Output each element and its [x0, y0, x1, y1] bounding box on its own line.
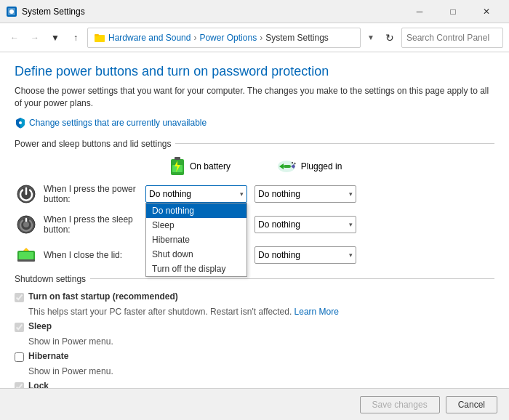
main-content: Define power buttons and turn on passwor… — [0, 52, 509, 420]
power-button-controls: Do nothing ▾ Do nothing Sleep Hibernate … — [145, 185, 356, 203]
svg-line-13 — [294, 163, 295, 164]
search-input[interactable] — [406, 33, 509, 43]
sleep-button-icon — [16, 214, 36, 235]
svg-point-18 — [23, 222, 29, 227]
breadcrumb-power[interactable]: Power Options — [199, 33, 257, 43]
refresh-button[interactable]: ↻ — [381, 29, 398, 47]
power-plugged-value: Do nothing — [258, 189, 300, 199]
sleep-row: Sleep — [15, 321, 494, 332]
window-controls: ─ □ ✕ — [403, 0, 503, 23]
sleep-plugged-dropdown[interactable]: Do nothing ▾ — [254, 216, 356, 233]
power-button-label: When I press the power button: — [44, 184, 145, 204]
sleep-icon — [15, 213, 38, 236]
maximize-button[interactable]: □ — [436, 0, 470, 23]
cancel-button[interactable]: Cancel — [446, 396, 497, 413]
change-settings-link[interactable]: Change settings that are currently unava… — [15, 117, 494, 129]
address-bar: ← → ▼ ↑ Hardware and Sound › Power Optio… — [0, 23, 509, 52]
sleep-plugged-value: Do nothing — [258, 219, 300, 230]
option-sleep[interactable]: Sleep — [146, 218, 247, 233]
close-button[interactable]: ✕ — [470, 0, 503, 23]
breadcrumb-dropdown[interactable]: ▼ — [364, 28, 378, 48]
svg-rect-7 — [175, 157, 180, 160]
fast-startup-sub: This helps start your PC faster after sh… — [15, 307, 494, 317]
power-battery-dropdown-wrapper: Do nothing ▾ Do nothing Sleep Hibernate … — [145, 185, 247, 203]
section2-label: Shutdown settings — [15, 274, 494, 284]
recent-button[interactable]: ▼ — [47, 29, 64, 47]
svg-rect-20 — [19, 252, 33, 259]
up-button[interactable]: ↑ — [67, 29, 84, 47]
bottom-bar: Save changes Cancel — [0, 388, 509, 420]
sleep-sub: Show in Power menu. — [15, 336, 494, 347]
lid-plugged-dropdown[interactable]: Do nothing ▾ — [254, 246, 356, 264]
lid-plugged-dropdown-wrapper: Do nothing ▾ — [254, 246, 356, 264]
power-plugged-dropdown-wrapper: Do nothing ▾ — [254, 185, 356, 203]
svg-rect-11 — [284, 165, 291, 168]
section1-label: Power and sleep buttons and lid settings — [15, 139, 494, 149]
option-hibernate[interactable]: Hibernate — [146, 233, 247, 247]
lock-row: Lock — [15, 381, 494, 388]
battery-icon — [169, 156, 185, 177]
lid-label: When I close the lid: — [44, 250, 145, 260]
breadcrumb-hardware[interactable]: Hardware and Sound — [108, 33, 191, 43]
plugged-icon — [276, 159, 297, 174]
option-do-nothing[interactable]: Do nothing — [146, 203, 247, 218]
hibernate-sub: Show in Power menu. — [15, 366, 494, 376]
lock-checkbox[interactable] — [15, 382, 24, 388]
option-shut-down[interactable]: Shut down — [146, 247, 247, 262]
fast-startup-row: Turn on fast startup (recommended) — [15, 291, 494, 302]
shield-color-icon — [15, 117, 26, 129]
svg-point-5 — [19, 121, 22, 124]
minimize-button[interactable]: ─ — [403, 0, 436, 23]
power-button-row: When I press the power button: Do nothin… — [15, 182, 494, 206]
sleep-shutdown-label: Sleep — [28, 321, 52, 331]
content-area: Define power buttons and turn on passwor… — [0, 52, 509, 388]
power-icon — [15, 182, 38, 206]
settings-table: When I press the power button: Do nothin… — [15, 182, 494, 267]
option-turn-off-display[interactable]: Turn off the display — [146, 262, 247, 276]
power-button-icon — [16, 184, 36, 204]
lid-icon — [15, 243, 38, 267]
forward-button[interactable]: → — [26, 29, 44, 47]
search-box: 🔍 — [401, 28, 503, 48]
shutdown-section: Turn on fast startup (recommended) This … — [15, 291, 494, 388]
save-button[interactable]: Save changes — [360, 396, 440, 413]
lid-icon-svg — [16, 245, 36, 265]
breadcrumb: Hardware and Sound › Power Options › Sys… — [87, 28, 361, 48]
svg-point-2 — [9, 9, 14, 14]
hibernate-checkbox[interactable] — [15, 352, 24, 362]
dropdown-arrow2: ▾ — [349, 190, 353, 198]
sleep-checkbox[interactable] — [15, 323, 24, 332]
fast-startup-checkbox[interactable] — [15, 293, 24, 302]
learn-more-link[interactable]: Learn More — [294, 307, 339, 317]
page-title: Define power buttons and turn on passwor… — [15, 64, 494, 79]
svg-rect-4 — [95, 34, 99, 36]
lid-plugged-value: Do nothing — [258, 250, 300, 260]
title-bar: System Settings ─ □ ✕ — [0, 0, 509, 23]
lock-label: Lock — [28, 381, 49, 388]
power-battery-dropdown-menu: Do nothing Sleep Hibernate Shut down Tur… — [145, 203, 247, 277]
sleep-button-row: When I press the sleep button: Do nothin… — [15, 213, 494, 236]
sleep-button-label: When I press the sleep button: — [44, 214, 145, 235]
power-battery-value: Do nothing — [149, 189, 191, 199]
hibernate-row: Hibernate — [15, 351, 494, 362]
svg-rect-21 — [17, 259, 35, 262]
plugged-column-header: Plugged in — [254, 156, 364, 177]
fast-startup-label: Turn on fast startup (recommended) — [28, 291, 178, 302]
page-description: Choose the power settings that you want … — [15, 85, 494, 110]
column-headers: On battery Plugged in — [15, 156, 494, 177]
sleep-plugged-dropdown-wrapper: Do nothing ▾ — [254, 216, 356, 233]
dropdown-arrow: ▾ — [240, 190, 244, 198]
power-battery-dropdown[interactable]: Do nothing ▾ — [145, 185, 247, 203]
back-button[interactable]: ← — [6, 29, 23, 47]
hibernate-label: Hibernate — [28, 351, 68, 361]
power-plugged-dropdown[interactable]: Do nothing ▾ — [254, 185, 356, 203]
breadcrumb-current: System Settings — [265, 33, 329, 43]
window-icon — [6, 6, 17, 17]
battery-column-header: On battery — [145, 156, 254, 177]
dropdown-arrow4: ▾ — [349, 221, 353, 228]
folder-icon — [94, 32, 105, 44]
lid-row: When I close the lid: Do nothing ▾ Do no… — [15, 243, 494, 267]
window-title: System Settings — [22, 7, 403, 17]
dropdown-arrow6: ▾ — [349, 251, 353, 259]
